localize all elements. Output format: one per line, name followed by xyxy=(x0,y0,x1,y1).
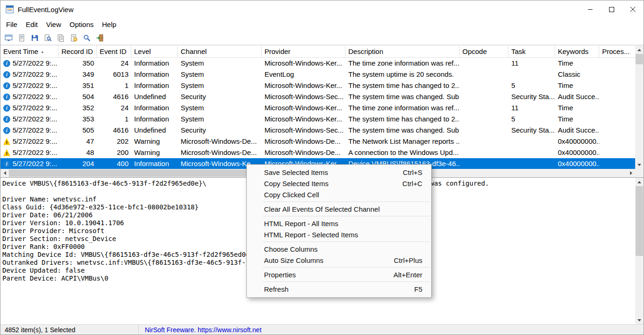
scroll-right-arrow-icon[interactable] xyxy=(627,169,635,177)
cell-description: The time zone information was ref... xyxy=(346,102,460,114)
column-header-record_id[interactable]: Record ID xyxy=(59,46,97,57)
context-menu-item-copy-clicked-cell[interactable]: Copy Clicked Cell xyxy=(247,189,431,200)
column-header-provider[interactable]: Provider xyxy=(262,46,346,57)
menu-item-shortcut: Ctrl+S xyxy=(403,168,422,176)
cell-provider: Microsoft-Windows-De... xyxy=(262,136,346,147)
cell-time: i5/27/2022 9:... xyxy=(0,114,59,125)
find-icon[interactable] xyxy=(81,32,93,44)
cell-opcode xyxy=(460,125,508,136)
cell-time: i5/27/2022 9:... xyxy=(0,91,59,102)
app-icon xyxy=(6,5,14,13)
table-row[interactable]: !5/27/2022 9:...47202WarningMicrosoft-Wi… xyxy=(0,136,636,147)
column-header-task[interactable]: Task xyxy=(508,46,555,57)
document-icon[interactable] xyxy=(16,32,27,44)
context-menu-item-copy-selected-items[interactable]: Copy Selected ItemsCtrl+C xyxy=(247,178,431,189)
cell-channel: Security xyxy=(178,91,262,102)
context-menu-item-clear-all-events-of-selected-channel[interactable]: Clear All Events Of Selected Channel xyxy=(247,203,431,214)
context-menu-item-html-report-selected-items[interactable]: HTML Report - Selected Items xyxy=(247,229,431,240)
menu-file[interactable]: File xyxy=(2,19,21,30)
context-menu-item-html-report-all-items[interactable]: HTML Report - All Items xyxy=(247,218,431,229)
menu-view[interactable]: View xyxy=(42,19,65,30)
menu-edit[interactable]: Edit xyxy=(21,19,42,30)
context-menu-item-save-selected-items[interactable]: Save Selected ItemsCtrl+S xyxy=(247,167,431,178)
table-row[interactable]: i5/27/2022 9:...3531InformationSystemMic… xyxy=(0,114,636,125)
cell-keywords: Time xyxy=(555,114,599,125)
menu-separator xyxy=(263,241,430,242)
cell-process xyxy=(599,58,636,69)
cell-opcode xyxy=(460,147,508,158)
save-icon[interactable] xyxy=(29,32,41,44)
context-menu-item-auto-size-columns[interactable]: Auto Size ColumnsCtrl+Plus xyxy=(247,255,431,266)
menu-item-label: Copy Clicked Cell xyxy=(264,191,319,199)
table-row[interactable]: i5/27/2022 9:...35024InformationSystemMi… xyxy=(0,58,636,69)
cell-keywords: Audit Succe... xyxy=(555,125,599,136)
column-header-level[interactable]: Level xyxy=(131,46,178,57)
cell-description: The time zone information was ref... xyxy=(346,58,460,69)
maximize-button[interactable] xyxy=(601,0,622,18)
column-header-channel[interactable]: Channel xyxy=(178,46,262,57)
column-header-time[interactable]: Event Time▲ xyxy=(0,46,59,57)
warning-icon: ! xyxy=(3,149,10,156)
window-controls xyxy=(579,0,644,18)
table-row[interactable]: i5/27/2022 9:...5054616UndefinedSecurity… xyxy=(0,125,636,136)
menu-item-label: Save Selected Items xyxy=(264,168,328,176)
cell-record_id: 349 xyxy=(59,69,97,80)
scrollbar-corner xyxy=(635,169,644,177)
cell-keywords: 0x40000000... xyxy=(555,147,599,158)
cell-description: The system time was changed. Sub... xyxy=(346,125,460,136)
cell-opcode xyxy=(460,136,508,147)
scroll-left-arrow-icon[interactable] xyxy=(0,169,9,177)
scroll-thumb[interactable] xyxy=(636,54,643,64)
detail-vertical-scrollbar[interactable] xyxy=(635,178,644,324)
menu-separator xyxy=(263,267,430,268)
event-list: Event Time▲Record IDEvent IDLevelChannel… xyxy=(0,45,644,177)
scroll-up-arrow-icon[interactable] xyxy=(635,46,644,54)
list-vertical-scrollbar[interactable] xyxy=(635,46,644,169)
cell-opcode xyxy=(460,58,508,69)
cell-task xyxy=(508,158,555,169)
cell-task: 11 xyxy=(508,102,555,114)
context-menu-item-choose-columns[interactable]: Choose Columns xyxy=(247,243,431,255)
table-row[interactable]: i5/27/2022 9:...3511InformationSystemMic… xyxy=(0,80,636,91)
cell-process xyxy=(599,158,636,169)
titlebar: FullEventLogView xyxy=(0,0,644,18)
table-row[interactable]: i5/27/2022 9:...3496013InformationSystem… xyxy=(0,69,636,80)
info-icon: i xyxy=(3,105,10,112)
column-header-keywords[interactable]: Keywords xyxy=(555,46,599,57)
info-icon: i xyxy=(3,60,10,67)
cell-level: Information xyxy=(131,114,178,125)
column-header-process[interactable]: Proces... xyxy=(599,46,636,57)
close-button[interactable] xyxy=(622,0,644,18)
menu-options[interactable]: Options xyxy=(65,19,98,30)
cell-channel: System xyxy=(178,58,262,69)
column-header-opcode[interactable]: Opcode xyxy=(460,46,508,57)
minimize-button[interactable] xyxy=(579,0,601,18)
cell-channel: System xyxy=(178,114,262,125)
menu-help[interactable]: Help xyxy=(98,19,121,30)
exit-icon[interactable] xyxy=(94,32,106,44)
cell-level: Information xyxy=(131,102,178,114)
properties-icon[interactable] xyxy=(68,32,80,44)
monitor-icon[interactable] xyxy=(3,32,14,44)
context-menu-item-properties[interactable]: PropertiesAlt+Enter xyxy=(247,269,431,280)
cell-provider: Microsoft-Windows-Ker... xyxy=(262,58,346,69)
cell-provider: Microsoft-Windows-Ker... xyxy=(262,114,346,125)
scroll-down-arrow-icon[interactable] xyxy=(635,316,644,324)
table-row[interactable]: !5/27/2022 9:...48200WarningMicrosoft-Wi… xyxy=(0,147,636,158)
scroll-up-arrow-icon[interactable] xyxy=(635,178,644,186)
search-document-icon[interactable] xyxy=(42,32,54,44)
scroll-thumb[interactable] xyxy=(636,186,643,256)
cell-channel: Microsoft-Windows-De... xyxy=(178,136,262,147)
cell-level: Information xyxy=(131,158,178,169)
table-row[interactable]: i5/27/2022 9:...35224InformationSystemMi… xyxy=(0,102,636,114)
cell-event_id: 4616 xyxy=(97,125,131,136)
cell-keywords: 0x40000000... xyxy=(555,136,599,147)
table-row[interactable]: i5/27/2022 9:...5044616UndefinedSecurity… xyxy=(0,91,636,102)
column-header-event_id[interactable]: Event ID xyxy=(97,46,131,57)
cell-channel: System xyxy=(178,102,262,114)
nirsoft-link[interactable]: NirSoft Freeware. https://www.nirsoft.ne… xyxy=(145,326,262,334)
copy-icon[interactable] xyxy=(55,32,67,44)
scroll-down-arrow-icon[interactable] xyxy=(635,161,644,169)
context-menu-item-refresh[interactable]: RefreshF5 xyxy=(247,283,431,295)
column-header-description[interactable]: Description xyxy=(346,46,460,57)
